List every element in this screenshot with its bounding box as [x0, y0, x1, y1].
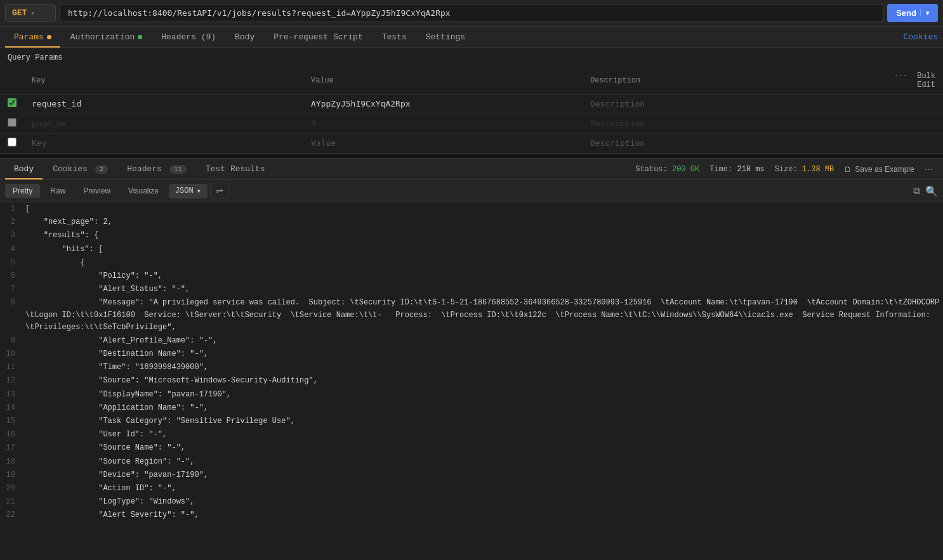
line-content: {	[25, 257, 943, 269]
line-content: "hits": [	[25, 244, 943, 256]
send-button[interactable]: Send ▾	[887, 4, 938, 22]
row2-desc-input[interactable]	[590, 119, 872, 128]
code-line: 5 {	[0, 256, 943, 270]
code-line: 11 "Time": "1693998439000",	[0, 361, 943, 374]
code-line: 16 "User Id": "-",	[0, 428, 943, 441]
tab-authorization[interactable]: Authorization	[62, 27, 151, 48]
tab-headers[interactable]: Headers (9)	[152, 27, 225, 48]
row1-actions	[880, 94, 943, 114]
line-number: 14	[0, 402, 25, 414]
response-tab-cookies[interactable]: Cookies 2	[44, 159, 117, 179]
code-line: 18 "Source Region": "-",	[0, 455, 943, 469]
line-number: 10	[0, 348, 25, 360]
row3-value-cell	[303, 134, 583, 153]
wrap-button[interactable]: ⇌	[210, 183, 229, 199]
row3-checkbox[interactable]	[8, 138, 16, 147]
pretty-button[interactable]: Pretty	[5, 184, 40, 198]
time-label: Time: 218 ms	[709, 165, 764, 174]
visualize-button[interactable]: Visualize	[121, 184, 166, 198]
col-bulk-edit: ··· Bulk Edit	[880, 67, 943, 94]
line-number: 16	[0, 429, 25, 441]
line-content: "Source Region": "-",	[25, 456, 943, 468]
method-selector[interactable]: GET ▾	[5, 4, 56, 22]
code-line: 22 "Alert Severity": "-",	[0, 509, 943, 522]
response-status-row: Status: 200 OK Time: 218 ms Size: 1.38 M…	[635, 164, 938, 175]
response-tab-body[interactable]: Body	[5, 159, 43, 179]
row1-checkbox[interactable]	[8, 98, 16, 107]
raw-button[interactable]: Raw	[43, 184, 73, 198]
save-example-button[interactable]: 🗋 Save as Example	[844, 165, 914, 174]
row1-desc-input[interactable]	[590, 99, 872, 108]
method-label: GET	[12, 8, 27, 18]
row1-value-input[interactable]	[311, 99, 575, 108]
line-content: "Alert_Profile_Name": "-",	[25, 335, 943, 347]
request-tab-row: Params Authorization Headers (9) Body Pr…	[0, 27, 943, 48]
row2-value-input[interactable]	[311, 119, 575, 128]
code-line: 6 "Policy": "-",	[0, 270, 943, 283]
line-number: 21	[0, 496, 25, 508]
code-view[interactable]: 1[2 "next_page": 2,3 "results": {4 "hits…	[0, 202, 943, 560]
tab-body[interactable]: Body	[226, 27, 263, 48]
tab-params[interactable]: Params	[5, 27, 60, 48]
json-label: JSON	[175, 186, 194, 195]
send-label: Send	[896, 8, 916, 18]
line-number: 22	[0, 509, 25, 521]
line-content: "LogType": "Windows",	[25, 496, 943, 508]
row2-checkbox[interactable]	[8, 118, 16, 127]
json-chevron-icon: ▾	[197, 186, 201, 196]
col-description: Description	[583, 67, 880, 94]
more-options-button[interactable]: ···	[925, 164, 933, 175]
row3-desc-input[interactable]	[590, 138, 872, 148]
search-button[interactable]: 🔍	[925, 185, 938, 197]
tab-tests[interactable]: Tests	[373, 27, 416, 48]
row1-checkbox-cell	[0, 94, 24, 114]
line-content: [	[25, 203, 943, 215]
row2-key-cell	[24, 114, 303, 134]
code-line: 3 "results": {	[0, 229, 943, 242]
code-line: 8 "Message": "A privileged service was c…	[0, 296, 943, 334]
url-input[interactable]	[60, 4, 883, 22]
code-line: 14 "Application Name": "-",	[0, 401, 943, 415]
row2-key-input[interactable]	[32, 119, 296, 128]
tab-prerequest[interactable]: Pre-request Script	[265, 27, 371, 48]
preview-button[interactable]: Preview	[76, 184, 118, 198]
params-table: Key Value Description ··· Bulk Edit	[0, 67, 943, 153]
three-dots-icon[interactable]: ···	[894, 72, 907, 81]
code-line: 4 "hits": [	[0, 243, 943, 256]
time-value: 218 ms	[737, 165, 764, 174]
line-content: "Source": "Microsoft-Windows-Security-Au…	[25, 375, 943, 387]
response-tab-headers[interactable]: Headers 11	[118, 159, 195, 179]
row3-desc-cell	[583, 134, 880, 153]
section-divider	[0, 153, 943, 159]
response-tab-row: Body Cookies 2 Headers 11 Test Results S…	[0, 159, 943, 180]
table-row	[0, 114, 943, 134]
row1-value-cell	[303, 94, 583, 114]
row2-desc-cell	[583, 114, 880, 134]
headers-badge: 11	[169, 165, 187, 174]
code-line: 10 "Destination Name": "-",	[0, 348, 943, 361]
tab-settings[interactable]: Settings	[417, 27, 474, 48]
row1-key-cell	[24, 94, 303, 114]
line-number: 1	[0, 203, 25, 215]
bulk-edit-button[interactable]: Bulk Edit	[917, 72, 935, 89]
response-tab-test-results[interactable]: Test Results	[197, 159, 274, 179]
row1-key-input[interactable]	[32, 99, 296, 108]
code-line: 19 "Device": "pavan-17190",	[0, 469, 943, 482]
row3-value-input[interactable]	[311, 138, 575, 148]
line-number: 11	[0, 361, 25, 374]
code-line: 12 "Source": "Microsoft-Windows-Security…	[0, 374, 943, 387]
line-number: 3	[0, 230, 25, 242]
code-line: 7 "Alert_Status": "-",	[0, 283, 943, 296]
line-number: 2	[0, 216, 25, 228]
table-row	[0, 94, 943, 114]
auth-dot	[138, 35, 142, 39]
row3-key-input[interactable]	[32, 138, 296, 148]
copy-button[interactable]: ⧉	[913, 185, 920, 197]
cookies-link[interactable]: Cookies	[903, 32, 938, 42]
size-value: 1.38 MB	[802, 165, 834, 174]
line-number: 8	[0, 297, 25, 309]
line-content: "Alert_Status": "-",	[25, 283, 943, 296]
status-code: 200 OK	[672, 165, 699, 174]
line-content: "Source Name": "-",	[25, 442, 943, 454]
json-selector[interactable]: JSON ▾	[169, 184, 208, 199]
